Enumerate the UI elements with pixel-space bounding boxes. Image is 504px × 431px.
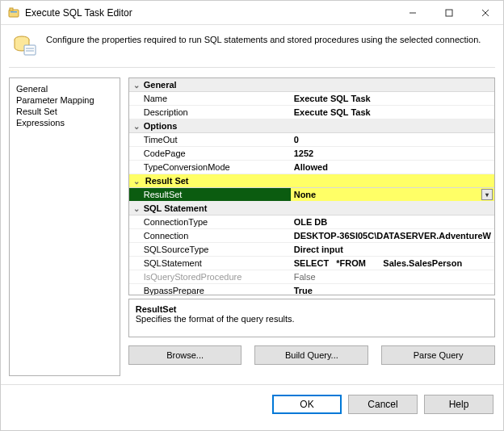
svg-rect-1 xyxy=(10,8,13,10)
row-connection[interactable]: Connection DESKTOP-36SI05C\DATASERVER.Ad… xyxy=(129,229,494,243)
group-options-title: Options xyxy=(144,121,178,131)
label-typeconversion: TypeConversionMode xyxy=(129,161,291,174)
value-isquerystoredprocedure: False xyxy=(291,270,494,283)
svg-rect-2 xyxy=(10,11,17,13)
browse-button[interactable]: Browse... xyxy=(128,345,242,365)
help-title: ResultSet xyxy=(136,304,488,314)
ok-button[interactable]: OK xyxy=(272,395,342,414)
label-connectiontype: ConnectionType xyxy=(129,216,291,228)
label-sqlstatement: SQLStatement xyxy=(129,257,291,270)
footer: OK Cancel Help xyxy=(1,384,503,424)
svg-rect-8 xyxy=(24,45,36,55)
nav-panel: General Parameter Mapping Result Set Exp… xyxy=(9,77,120,376)
window-title: Execute SQL Task Editor xyxy=(25,7,394,19)
build-query-button[interactable]: Build Query... xyxy=(254,345,368,365)
nav-item-expressions[interactable]: Expressions xyxy=(16,117,113,128)
label-bypassprepare: BypassPrepare xyxy=(129,284,291,295)
chevron-down-icon: ⌄ xyxy=(132,81,141,90)
label-name: Name xyxy=(129,92,291,105)
value-connection[interactable]: DESKTOP-36SI05C\DATASERVER.AdventureW xyxy=(291,229,494,242)
row-timeout[interactable]: TimeOut 0 xyxy=(129,133,494,147)
chevron-down-icon: ⌄ xyxy=(132,204,141,213)
property-grid: ⌄ General Name Execute SQL Task Descript… xyxy=(128,77,495,295)
group-result-set[interactable]: ⌄ Result Set xyxy=(129,174,494,188)
label-codepage: CodePage xyxy=(129,147,291,160)
label-resultset: ResultSet xyxy=(129,188,291,201)
group-options[interactable]: ⌄ Options xyxy=(129,119,494,133)
label-description: Description xyxy=(129,106,291,119)
row-connectiontype[interactable]: ConnectionType OLE DB xyxy=(129,216,494,229)
app-icon xyxy=(7,6,20,19)
group-general[interactable]: ⌄ General xyxy=(129,78,494,92)
value-timeout[interactable]: 0 xyxy=(291,133,494,146)
value-bypassprepare[interactable]: True xyxy=(291,284,494,295)
row-codepage[interactable]: CodePage 1252 xyxy=(129,147,494,161)
main-panel: ⌄ General Name Execute SQL Task Descript… xyxy=(128,77,495,376)
row-description[interactable]: Description Execute SQL Task xyxy=(129,106,494,119)
row-sqlsourcetype[interactable]: SQLSourceType Direct input xyxy=(129,243,494,257)
cancel-button[interactable]: Cancel xyxy=(348,395,418,414)
value-name[interactable]: Execute SQL Task xyxy=(291,92,494,105)
maximize-button[interactable] xyxy=(430,1,467,24)
label-sqlsourcetype: SQLSourceType xyxy=(129,243,291,256)
group-result-set-title: Result Set xyxy=(144,176,191,186)
close-button[interactable] xyxy=(467,1,503,24)
svg-rect-4 xyxy=(446,10,452,16)
action-row: Browse... Build Query... Parse Query xyxy=(128,345,495,365)
nav-item-general[interactable]: General xyxy=(16,83,113,94)
group-sql-title: SQL Statement xyxy=(144,203,208,213)
group-sql-statement[interactable]: ⌄ SQL Statement xyxy=(129,202,494,216)
task-icon xyxy=(12,33,38,59)
label-isquerystoredprocedure: IsQueryStoredProcedure xyxy=(129,270,291,283)
value-resultset-text: None xyxy=(294,190,317,199)
header-description: Configure the properties required to run… xyxy=(46,33,481,44)
value-sqlsourcetype[interactable]: Direct input xyxy=(291,243,494,256)
row-isquerystoredprocedure: IsQueryStoredProcedure False xyxy=(129,270,494,284)
nav-item-parameter-mapping[interactable]: Parameter Mapping xyxy=(16,94,113,106)
header: Configure the properties required to run… xyxy=(1,25,503,64)
help-box: ResultSet Specifies the format of the qu… xyxy=(128,299,495,337)
chevron-down-icon: ⌄ xyxy=(132,177,141,186)
parse-query-button[interactable]: Parse Query xyxy=(381,345,495,365)
value-sqlstatement[interactable]: SELECT *FROM Sales.SalesPerson xyxy=(291,257,494,270)
value-resultset[interactable]: None ▾ xyxy=(291,188,494,201)
label-timeout: TimeOut xyxy=(129,133,291,146)
dropdown-button[interactable]: ▾ xyxy=(481,189,493,200)
help-button[interactable]: Help xyxy=(424,395,494,414)
row-typeconversion[interactable]: TypeConversionMode Allowed xyxy=(129,161,494,174)
title-bar: Execute SQL Task Editor xyxy=(1,1,503,25)
row-name[interactable]: Name Execute SQL Task xyxy=(129,92,494,106)
chevron-down-icon: ⌄ xyxy=(132,122,141,131)
nav-item-result-set[interactable]: Result Set xyxy=(16,106,113,117)
divider xyxy=(9,67,495,68)
group-general-title: General xyxy=(144,80,177,90)
row-bypassprepare[interactable]: BypassPrepare True xyxy=(129,284,494,295)
help-text: Specifies the format of the query result… xyxy=(136,314,488,324)
value-typeconversion[interactable]: Allowed xyxy=(291,161,494,174)
row-resultset[interactable]: ResultSet None ▾ xyxy=(129,188,494,202)
value-codepage[interactable]: 1252 xyxy=(291,147,494,160)
row-sqlstatement[interactable]: SQLStatement SELECT *FROM Sales.SalesPer… xyxy=(129,257,494,270)
label-connection: Connection xyxy=(129,229,291,242)
value-description[interactable]: Execute SQL Task xyxy=(291,106,494,119)
value-connectiontype[interactable]: OLE DB xyxy=(291,216,494,228)
minimize-button[interactable] xyxy=(394,1,430,24)
